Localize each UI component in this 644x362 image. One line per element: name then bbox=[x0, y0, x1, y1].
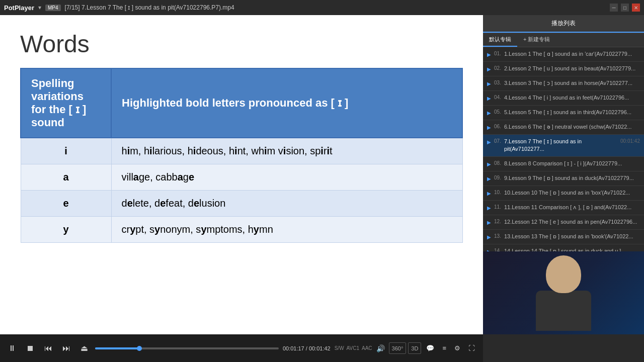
spelling-cell: i bbox=[21, 138, 111, 164]
play-pause-button[interactable]: ⏸ bbox=[5, 342, 19, 355]
play-triangle-icon: ▶ bbox=[487, 95, 491, 102]
time-display: 00:01:17 / 00:01:42 bbox=[283, 345, 331, 351]
person-silhouette bbox=[528, 255, 599, 331]
play-triangle-icon: ▶ bbox=[487, 219, 491, 226]
item-label: 10.Lesson 10 The [ ɒ ] sound as in 'box'… bbox=[504, 189, 640, 197]
item-label: 13.Lesson 13 The [ ɒ ] sound as in 'book… bbox=[504, 233, 640, 240]
playlist-item[interactable]: ▶10.10.Lesson 10 The [ ɒ ] sound as in '… bbox=[483, 186, 644, 201]
play-triangle-icon: ▶ bbox=[487, 205, 491, 212]
fullscreen-button[interactable]: ⛶ bbox=[465, 342, 478, 354]
playlist-item[interactable]: ▶12.12.Lesson 12 The [ e ] sound as in p… bbox=[483, 215, 644, 230]
webcam-overlay bbox=[483, 251, 644, 334]
item-label: 1.Lesson 1 The [ ɑ ] sound as in 'car'(A… bbox=[504, 50, 640, 58]
playlist-item[interactable]: ▶07.7.Lesson 7 The [ ɪ ] sound as in pit… bbox=[483, 135, 644, 157]
subtab-new-album[interactable]: + 新建专辑 bbox=[517, 33, 556, 47]
playlist-button[interactable]: ≡ bbox=[439, 342, 449, 354]
playlist-item[interactable]: ▶04.4.Lesson 4 The [ i ] sound as in fee… bbox=[483, 91, 644, 106]
total-time: 00:01:42 bbox=[309, 345, 331, 351]
play-triangle-icon: ▶ bbox=[487, 175, 491, 183]
3d-button[interactable]: 3D bbox=[408, 342, 421, 354]
playlist-item[interactable]: ▶01.1.Lesson 1 The [ ɑ ] sound as in 'ca… bbox=[483, 47, 644, 62]
prev-button[interactable]: ⏮ bbox=[41, 342, 55, 355]
video-controls: ⏸ ⏹ ⏮ ⏭ ⏏ 00:01:17 / 00:01:42 S/W AVC1 A… bbox=[0, 334, 483, 362]
item-number: 09. bbox=[494, 174, 501, 182]
minimize-button[interactable]: ─ bbox=[610, 4, 618, 12]
progress-dot bbox=[137, 346, 142, 351]
item-number: 02. bbox=[494, 65, 501, 72]
close-button[interactable]: ✕ bbox=[632, 4, 640, 12]
sidebar-tabs: 播放列表 bbox=[483, 15, 644, 33]
main-layout: Words Spelling variations for the [ ɪ ] … bbox=[0, 15, 644, 362]
progress-fill bbox=[95, 347, 139, 349]
item-number: 05. bbox=[494, 109, 501, 116]
video-filename: [7/15] 7.Lesson 7 The [ ɪ ] sound as in … bbox=[65, 4, 234, 11]
titlebar-left: PotPlayer ▾ MP4 [7/15] 7.Lesson 7 The [ … bbox=[4, 4, 234, 12]
person-body bbox=[536, 291, 591, 331]
item-number: 13. bbox=[494, 233, 501, 240]
stop-button[interactable]: ⏹ bbox=[23, 342, 37, 355]
item-number: 08. bbox=[494, 160, 501, 167]
playlist-item[interactable]: ▶11.11.Lesson 11 Comparison [ ʌ ], [ ɒ ]… bbox=[483, 201, 644, 215]
item-label: 6.Lesson 6 The [ ə ] neutral vowel (schw… bbox=[504, 123, 640, 131]
playlist-item[interactable]: ▶05.5.Lesson 5 The [ ɪ ] sound as in thi… bbox=[483, 106, 644, 120]
video-area: Words Spelling variations for the [ ɪ ] … bbox=[0, 15, 483, 362]
titlebar-right: ─ □ ✕ bbox=[610, 4, 640, 12]
table-body: ihim, hilarious, hideous, hint, whim vis… bbox=[21, 138, 462, 243]
words-cell: delete, defeat, delusion bbox=[111, 191, 462, 217]
format-badge: MP4 bbox=[45, 5, 61, 11]
titlebar: PotPlayer ▾ MP4 [7/15] 7.Lesson 7 The [ … bbox=[0, 0, 644, 15]
playlist-item[interactable]: ▶06.6.Lesson 6 The [ ə ] neutral vowel (… bbox=[483, 120, 644, 135]
slide-title: Words bbox=[20, 30, 463, 58]
item-number: 11. bbox=[494, 204, 501, 211]
item-label: 7.Lesson 7 The [ ɪ ] sound as in pit(Av7… bbox=[504, 138, 617, 153]
webcam-background bbox=[483, 251, 644, 334]
sidebar: 播放列表 默认专辑 + 新建专辑 ▶01.1.Lesson 1 The [ ɑ … bbox=[483, 15, 644, 362]
app-logo: PotPlayer bbox=[4, 4, 34, 12]
sidebar-subtabs: 默认专辑 + 新建专辑 bbox=[483, 33, 644, 47]
playlist-item[interactable]: ▶09.9.Lesson 9 The [ ɒ ] sound as in duc… bbox=[483, 171, 644, 186]
play-triangle-icon: ▶ bbox=[487, 161, 491, 168]
subtab-default-album[interactable]: 默认专辑 bbox=[483, 33, 517, 47]
item-number: 12. bbox=[494, 218, 501, 225]
item-number: 03. bbox=[494, 79, 501, 86]
item-number: 10. bbox=[494, 189, 501, 196]
codec-info: S/W AVC1 AAC bbox=[335, 345, 372, 351]
current-time: 00:01:17 bbox=[283, 345, 304, 351]
spelling-cell: a bbox=[21, 164, 111, 191]
360-button[interactable]: 360° bbox=[389, 342, 407, 354]
words-cell: him, hilarious, hideous, hint, whim visi… bbox=[111, 138, 462, 164]
playlist-item[interactable]: ▶13.13.Lesson 13 The [ ɒ ] sound as in '… bbox=[483, 230, 644, 244]
item-label: 12.Lesson 12 The [ e ] sound as in pen(A… bbox=[504, 218, 640, 226]
item-number: 06. bbox=[494, 123, 501, 130]
playlist-item[interactable]: ▶03.3.Lesson 3 The [ ɔ ] sound as in hor… bbox=[483, 76, 644, 91]
subtitle-button[interactable]: 💬 bbox=[423, 342, 437, 354]
play-triangle-icon: ▶ bbox=[487, 139, 491, 146]
words-cell: village, cabbage bbox=[111, 164, 462, 191]
progress-bar[interactable] bbox=[95, 347, 279, 349]
words-cell: crypt, synonym, symptoms, hymn bbox=[111, 217, 462, 243]
dropdown-icon[interactable]: ▾ bbox=[38, 4, 41, 11]
video-content: Words Spelling variations for the [ ɪ ] … bbox=[0, 15, 483, 334]
item-time: 00:01:42 bbox=[620, 138, 640, 145]
tab-playlist[interactable]: 播放列表 bbox=[483, 15, 644, 33]
playlist-item[interactable]: ▶02.2.Lesson 2 The [ u ] sound as in bea… bbox=[483, 62, 644, 76]
spelling-cell: y bbox=[21, 217, 111, 243]
next-button[interactable]: ⏭ bbox=[59, 342, 73, 355]
spelling-cell: e bbox=[21, 191, 111, 217]
play-triangle-icon: ▶ bbox=[487, 234, 491, 241]
item-label: 4.Lesson 4 The [ i ] sound as in feet(Av… bbox=[504, 94, 640, 102]
play-triangle-icon: ▶ bbox=[487, 190, 491, 197]
play-triangle-icon: ▶ bbox=[487, 80, 491, 87]
item-label: 5.Lesson 5 The [ ɪ ] sound as in third(A… bbox=[504, 109, 640, 116]
play-triangle-icon: ▶ bbox=[487, 110, 491, 117]
item-number: 07. bbox=[494, 138, 501, 145]
item-label: 2.Lesson 2 The [ u ] sound as in beaut(A… bbox=[504, 65, 640, 72]
maximize-button[interactable]: □ bbox=[621, 4, 629, 12]
right-controls: 360° 3D 💬 ≡ ⚙ ⛶ bbox=[389, 342, 478, 354]
item-label: 3.Lesson 3 The [ ɔ ] sound as in horse(A… bbox=[504, 79, 640, 87]
playlist-item[interactable]: ▶08.8.Lesson 8 Comparison [ ɪ ] - [ i ](… bbox=[483, 157, 644, 171]
play-triangle-icon: ▶ bbox=[487, 51, 491, 58]
eject-button[interactable]: ⏏ bbox=[77, 341, 91, 355]
settings-button[interactable]: ⚙ bbox=[451, 342, 463, 354]
play-triangle-icon: ▶ bbox=[487, 66, 491, 73]
